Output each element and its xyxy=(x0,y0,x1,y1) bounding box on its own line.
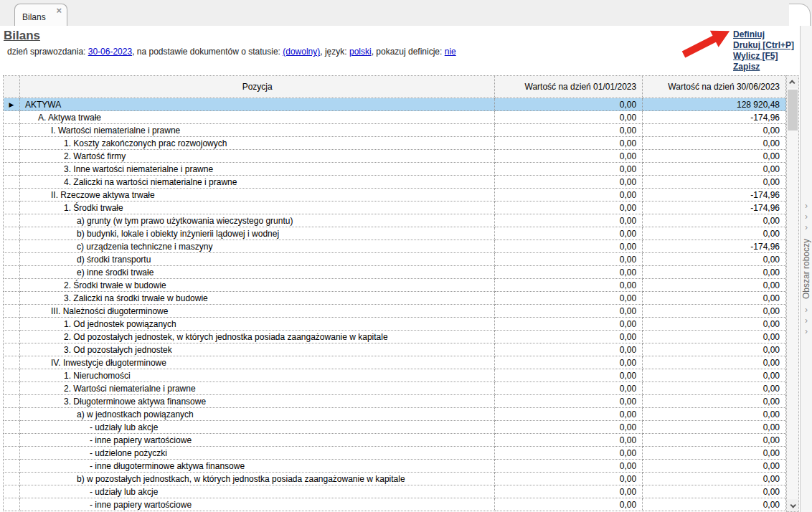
value-3006-cell: 0,00 xyxy=(643,266,786,279)
table-row[interactable]: 1. Od jednostek powiązanych0,000,00 xyxy=(4,318,786,331)
table-row[interactable]: ▶AKTYWA0,00128 920,48 xyxy=(4,98,786,111)
value-0101-cell: 0,00 xyxy=(495,369,643,382)
show-definitions-link[interactable]: nie xyxy=(445,47,456,57)
table-row[interactable]: 1. Koszty zakończonych prac rozwojowych0… xyxy=(4,137,786,150)
vertical-scrollbar[interactable] xyxy=(786,75,799,512)
position-cell: 2. Od pozostałych jednostek, w których j… xyxy=(20,331,495,343)
position-cell: 2. Wartości niematerialne i prawne xyxy=(20,382,495,395)
table-row[interactable]: I. Wartości niematerialne i prawne0,000,… xyxy=(4,124,786,137)
position-cell: 3. Od pozostałych jednostek xyxy=(20,343,495,356)
position-cell: - inne papiery wartościowe xyxy=(20,498,495,511)
table-row[interactable]: - inne papiery wartościowe0,000,00 xyxy=(4,434,786,447)
position-cell: IV. Inwestycje długoterminowe xyxy=(20,356,495,369)
table-row[interactable]: - udzielone pożyczki0,000,00 xyxy=(4,447,786,460)
scroll-up-button[interactable] xyxy=(787,76,798,88)
table-row[interactable]: A. Aktywa trwałe0,00-174,96 xyxy=(4,111,786,124)
table-row[interactable]: IV. Inwestycje długoterminowe0,000,00 xyxy=(4,356,786,369)
table-row[interactable]: 3. Długoterminowe aktywa finansowe0,000,… xyxy=(4,395,786,408)
scroll-down-button[interactable] xyxy=(787,499,798,511)
position-cell: A. Aktywa trwałe xyxy=(20,111,495,124)
value-3006-cell: 0,00 xyxy=(643,395,786,408)
value-0101-cell: 0,00 xyxy=(495,279,643,292)
value-0101-cell: 0,00 xyxy=(495,202,643,214)
value-0101-cell: 0,00 xyxy=(495,356,643,369)
table-row[interactable]: II. Rzeczowe aktywa trwałe0,00-174,96 xyxy=(4,189,786,202)
position-cell: 3. Zaliczki na środki trwałe w budowie xyxy=(20,292,495,305)
position-cell: 1. Od jednostek powiązanych xyxy=(20,318,495,331)
value-3006-cell: 0,00 xyxy=(643,434,786,447)
row-selector-cell xyxy=(4,111,20,124)
position-cell: - udziały lub akcje xyxy=(20,421,495,434)
value-0101-cell: 0,00 xyxy=(495,176,643,189)
position-cell: 2. Środki trwałe w budowie xyxy=(20,279,495,292)
value-3006-cell: -174,96 xyxy=(643,202,786,214)
table-row[interactable]: - inne długoterminowe aktywa finansowe0,… xyxy=(4,460,786,473)
table-row[interactable]: 2. Wartości niematerialne i prawne0,000,… xyxy=(4,382,786,395)
row-selector-cell xyxy=(4,498,20,511)
table-row[interactable]: 1. Nieruchomości0,000,00 xyxy=(4,369,786,382)
table-row[interactable]: 1. Środki trwałe0,00-174,96 xyxy=(4,202,786,214)
language-link[interactable]: polski xyxy=(349,47,372,57)
table-row[interactable]: III. Należności długoterminowe0,000,00 xyxy=(4,305,786,318)
table-row[interactable]: a) grunty (w tym prawo użytkowania wiecz… xyxy=(4,214,786,227)
tab-close-icon[interactable]: × xyxy=(56,6,62,15)
value-3006-cell: 0,00 xyxy=(643,408,786,421)
workspace-panel-toggle[interactable]: › › › Obszar roboczy › › › xyxy=(800,26,812,512)
report-date-link[interactable]: 30-06-2023 xyxy=(88,47,132,57)
column-header-value-3006[interactable]: Wartość na dzień 30/06/2023 xyxy=(643,76,786,98)
red-arrow-annotation xyxy=(680,26,739,60)
status-filter-link[interactable]: (dowolny) xyxy=(283,47,320,57)
value-0101-cell: 0,00 xyxy=(495,473,643,485)
table-row[interactable]: 3. Zaliczki na środki trwałe w budowie0,… xyxy=(4,292,786,305)
value-3006-cell: 0,00 xyxy=(643,331,786,343)
table-row[interactable]: b) budynki, lokale i obiekty inżynierii … xyxy=(4,227,786,240)
page-title: Bilans xyxy=(4,29,40,43)
table-row[interactable]: 3. Od pozostałych jednostek0,000,00 xyxy=(4,343,786,356)
value-0101-cell: 0,00 xyxy=(495,408,643,421)
value-3006-cell: 0,00 xyxy=(643,227,786,240)
value-0101-cell: 0,00 xyxy=(495,434,643,447)
value-3006-cell: 0,00 xyxy=(643,318,786,331)
row-selector-cell xyxy=(4,473,20,485)
value-0101-cell: 0,00 xyxy=(495,214,643,227)
scrollbar-thumb[interactable] xyxy=(788,90,798,131)
value-3006-cell: -174,96 xyxy=(643,189,786,202)
position-cell: - udziały lub akcje xyxy=(20,485,495,498)
position-cell: c) urządzenia techniczne i maszyny xyxy=(20,240,495,253)
table-row[interactable]: 2. Wartość firmy0,000,00 xyxy=(4,150,786,163)
zapisz-link[interactable]: Zapisz xyxy=(733,62,794,72)
param-text: , na podstawie dokumentów o statusie: xyxy=(132,47,283,57)
tab-bilans[interactable]: Bilans × xyxy=(14,4,67,26)
table-row[interactable]: 2. Od pozostałych jednostek, w których j… xyxy=(4,331,786,343)
column-header-pozycja[interactable]: Pozycja xyxy=(20,76,495,98)
row-selector-cell xyxy=(4,382,20,395)
table-row[interactable]: e) inne środki trwałe0,000,00 xyxy=(4,266,786,279)
table-row[interactable]: b) w pozostałych jednostkach, w których … xyxy=(4,473,786,485)
value-0101-cell: 0,00 xyxy=(495,189,643,202)
position-cell: II. Rzeczowe aktywa trwałe xyxy=(20,189,495,202)
table-row[interactable]: - inne papiery wartościowe0,000,00 xyxy=(4,498,786,511)
value-0101-cell: 0,00 xyxy=(495,98,643,111)
row-selector-cell xyxy=(4,395,20,408)
row-selector-cell xyxy=(4,189,20,202)
table-row[interactable]: d) środki transportu0,000,00 xyxy=(4,253,786,266)
position-cell: 1. Koszty zakończonych prac rozwojowych xyxy=(20,137,495,150)
definiuj-link[interactable]: Definiuj xyxy=(733,29,794,40)
table-row[interactable]: c) urządzenia techniczne i maszyny0,00-1… xyxy=(4,240,786,253)
value-0101-cell: 0,00 xyxy=(495,382,643,395)
table-row[interactable]: - udziały lub akcje0,000,00 xyxy=(4,421,786,434)
column-header-value-0101[interactable]: Wartość na dzień 01/01/2023 xyxy=(495,76,643,98)
table-row[interactable]: a) w jednostkach powiązanych0,000,00 xyxy=(4,408,786,421)
value-0101-cell: 0,00 xyxy=(495,498,643,511)
table-row[interactable]: 3. Inne wartości niematerialne i prawne0… xyxy=(4,163,786,176)
table-row[interactable]: - udziały lub akcje0,000,00 xyxy=(4,485,786,498)
table-row[interactable]: 4. Zaliczki na wartości niematerialne i … xyxy=(4,176,786,189)
row-selector-cell xyxy=(4,202,20,214)
value-3006-cell: 0,00 xyxy=(643,292,786,305)
drukuj-link[interactable]: Drukuj [Ctrl+P] xyxy=(733,40,794,51)
wylicz-link[interactable]: Wylicz [F5] xyxy=(733,51,794,62)
table-row[interactable]: 2. Środki trwałe w budowie0,000,00 xyxy=(4,279,786,292)
value-3006-cell: 0,00 xyxy=(643,382,786,395)
row-selector-cell xyxy=(4,266,20,279)
chevron-right-icon: › xyxy=(805,222,808,233)
